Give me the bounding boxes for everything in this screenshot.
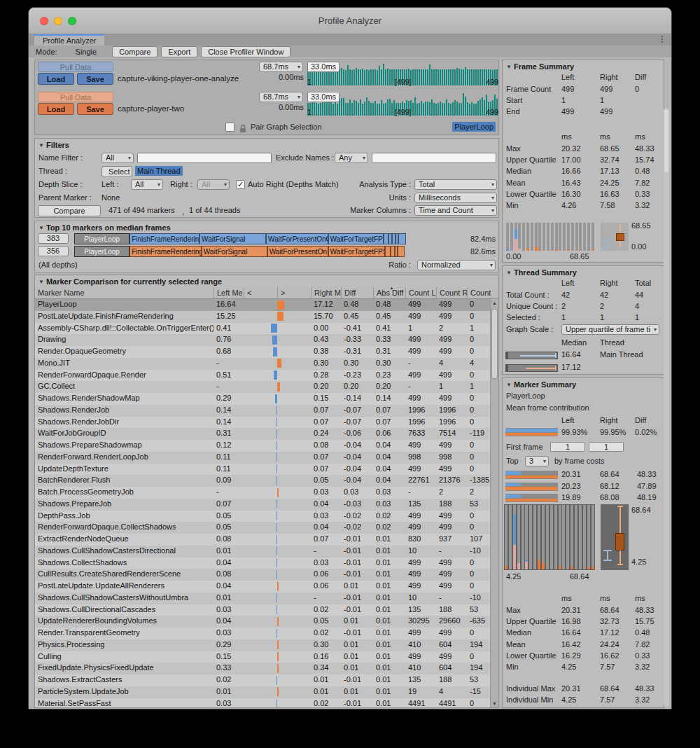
table-row[interactable]: Shadows.RenderJobDir0.140.07-0.070.07199… bbox=[35, 417, 490, 429]
mode-compare-button[interactable]: Compare bbox=[112, 46, 158, 57]
threshold-marker-box[interactable]: 33.0ms bbox=[307, 92, 340, 102]
scroll-down-icon[interactable]: ▼ bbox=[491, 701, 498, 706]
marker-sliver[interactable] bbox=[398, 233, 406, 244]
mode-export-button[interactable]: Export bbox=[161, 46, 197, 57]
table-row[interactable]: RenderForward.RenderLoopJob0.110.07-0.04… bbox=[35, 452, 490, 464]
table-row[interactable]: ExtractRenderNodeQueue0.080.07-0.010.018… bbox=[35, 534, 490, 546]
column-header-abs-diff[interactable]: Abs Diff▲ bbox=[373, 287, 405, 298]
table-row[interactable]: Assembly-CSharp.dll!::Collectable.OnTrig… bbox=[35, 323, 490, 335]
marker-sliver[interactable] bbox=[398, 246, 405, 257]
table-row[interactable]: GC.Collect-0.200.200.20-11 bbox=[35, 381, 490, 393]
table-row[interactable]: Batch.ProcessGeometryJob-0.030.030.03-22 bbox=[35, 487, 490, 499]
table-row[interactable]: UpdateDepthTexture0.110.07-0.040.0449949… bbox=[35, 464, 490, 476]
window-scrollbar-thumb[interactable] bbox=[664, 109, 668, 172]
table-row[interactable]: Render.OpaqueGeometry0.680.38-0.310.3149… bbox=[35, 346, 490, 358]
table-row[interactable]: Shadows.CullShadowCastersWithoutUmbra0.0… bbox=[35, 593, 490, 604]
marker-segment[interactable]: PlayerLoop bbox=[74, 246, 130, 257]
marker-segment[interactable]: FinishFrameRendering bbox=[130, 233, 200, 244]
column-header-diff[interactable]: Diff bbox=[341, 287, 373, 298]
exclude-names-input[interactable] bbox=[372, 153, 496, 163]
marker-boxplot[interactable] bbox=[601, 504, 629, 570]
column-header-count-r[interactable]: Count R bbox=[436, 287, 467, 298]
column-header-right-m[interactable]: Right M bbox=[311, 287, 341, 298]
thread-column-header[interactable]: Thread bbox=[600, 338, 656, 349]
table-row[interactable]: RenderForwardOpaque.Render0.510.28-0.230… bbox=[35, 370, 490, 382]
marker-columns-dropdown[interactable]: Time and Count▾ bbox=[414, 205, 497, 216]
frame-boxplot[interactable] bbox=[601, 223, 629, 251]
zoom-window-icon[interactable] bbox=[68, 17, 76, 25]
marker-segment[interactable]: WaitForPresentOn bbox=[267, 246, 328, 257]
table-row[interactable]: Shadows.RenderJob0.140.07-0.070.07199619… bbox=[35, 405, 490, 417]
first-frame-right-button[interactable]: 1 bbox=[589, 442, 624, 452]
table-row[interactable]: BatchRenderer.Flush0.090.05-0.040.042276… bbox=[35, 475, 490, 487]
table-row[interactable]: Physics.Processing0.290.300.010.01410604… bbox=[35, 639, 490, 651]
table-row[interactable]: Material.SetPassFast0.030.02-0.010.01449… bbox=[35, 698, 490, 708]
top-n-dropdown[interactable]: 3▾ bbox=[525, 456, 549, 466]
exclude-mode-dropdown[interactable]: Any▾ bbox=[335, 153, 368, 163]
thread-summary-header[interactable]: ▼Thread Summary bbox=[503, 266, 664, 278]
table-row[interactable]: FixedUpdate.PhysicsFixedUpdate0.330.340.… bbox=[35, 663, 490, 674]
table-row[interactable]: RenderForwardOpaque.CollectShadows0.050.… bbox=[35, 522, 490, 534]
range-dropdown[interactable]: 68.7ms▾ bbox=[259, 92, 303, 102]
save-button[interactable]: Save bbox=[77, 73, 113, 85]
selected-marker-tag[interactable]: PlayerLoop bbox=[452, 122, 496, 132]
table-row[interactable]: Shadows.ExtractCasters0.020.01-0.010.011… bbox=[35, 674, 490, 686]
marker-histogram[interactable] bbox=[505, 505, 594, 569]
close-window-icon[interactable] bbox=[40, 17, 48, 25]
marker-summary-header[interactable]: ▼Marker Summary bbox=[503, 378, 664, 390]
pair-graph-checkbox[interactable] bbox=[225, 123, 234, 132]
column-header-count-d[interactable]: Count D bbox=[467, 287, 491, 298]
units-dropdown[interactable]: Milliseconds▾ bbox=[414, 193, 497, 203]
depth-left-dropdown[interactable]: All▾ bbox=[131, 179, 163, 190]
marker-segment[interactable]: WaitForSignal bbox=[202, 246, 267, 257]
table-row[interactable]: Shadows.RenderShadowMap0.290.15-0.140.14… bbox=[35, 393, 490, 405]
table-row[interactable]: UpdateRendererBoundingVolumes0.040.050.0… bbox=[35, 616, 490, 628]
filters-header[interactable]: ▼Filters bbox=[35, 139, 498, 151]
frame-number-button[interactable]: 383 bbox=[38, 233, 69, 244]
column-header--[interactable]: < bbox=[244, 287, 277, 298]
table-row[interactable]: Shadows.CollectShadows0.040.03-0.010.014… bbox=[35, 557, 490, 569]
frame-number-button[interactable]: 356 bbox=[38, 246, 69, 256]
pull-data-button[interactable]: Pull Data bbox=[38, 62, 113, 72]
scrollbar-thumb[interactable] bbox=[491, 309, 498, 379]
analysis-type-dropdown[interactable]: Total▾ bbox=[414, 179, 497, 190]
marker-segment[interactable]: WaitForTargetFPS bbox=[328, 246, 386, 257]
frame-histogram[interactable] bbox=[506, 223, 594, 251]
column-header-count-l[interactable]: Count L bbox=[405, 287, 436, 298]
table-row[interactable]: DepthPass.Job0.050.03-0.020.024994990 bbox=[35, 511, 490, 522]
table-row[interactable]: ParticleSystem.UpdateJob0.010.010.010.01… bbox=[35, 686, 490, 698]
column-header--[interactable]: > bbox=[277, 287, 311, 298]
table-row[interactable]: Shadows.PrepareJob0.070.04-0.030.0313518… bbox=[35, 499, 490, 511]
table-row[interactable]: PostLateUpdate.UpdateAllRenderers0.040.0… bbox=[35, 581, 490, 593]
top10-marker-bar[interactable]: PlayerLoopFinishFrameRenderingWaitForSig… bbox=[74, 233, 456, 244]
auto-right-checkbox[interactable]: ✓ bbox=[236, 180, 245, 189]
table-row[interactable]: Shadows.PrepareShadowmap0.120.08-0.040.0… bbox=[35, 440, 490, 452]
frame-summary-header[interactable]: ▼Frame Summary bbox=[503, 60, 664, 72]
table-row[interactable]: Render.TransparentGeometry0.030.02-0.010… bbox=[35, 628, 490, 639]
marker-sliver[interactable] bbox=[385, 246, 391, 257]
marker-comparison-header[interactable]: ▼Marker Comparison for currently selecte… bbox=[35, 275, 498, 287]
pull-data-button[interactable]: Pull Data bbox=[38, 92, 113, 102]
name-filter-mode-dropdown[interactable]: All▾ bbox=[102, 153, 134, 163]
marker-segment[interactable]: WaitForSignal bbox=[200, 233, 266, 244]
load-button[interactable]: Load bbox=[38, 73, 74, 85]
marker-segment[interactable]: PlayerLoop bbox=[74, 233, 130, 244]
save-button[interactable]: Save bbox=[77, 103, 113, 115]
top10-marker-bar[interactable]: PlayerLoopFinishFrameRenderingWaitForSig… bbox=[74, 246, 456, 257]
first-frame-left-button[interactable]: 1 bbox=[550, 442, 585, 452]
table-row[interactable]: Drawing0.760.43-0.330.334994990 bbox=[35, 334, 490, 346]
kebab-menu-icon[interactable] bbox=[662, 36, 663, 43]
scroll-up-icon[interactable]: ▲ bbox=[491, 300, 498, 305]
mode-close-profiler-window-button[interactable]: Close Profiler Window bbox=[201, 46, 290, 57]
top10-header[interactable]: ▼Top 10 markers on median frames bbox=[35, 221, 498, 233]
median-column-header[interactable]: Median bbox=[561, 338, 600, 349]
window-scrollbar[interactable] bbox=[664, 108, 669, 707]
column-header-left-me[interactable]: Left Me bbox=[214, 287, 244, 298]
table-scrollbar[interactable]: ▲ ▼ bbox=[490, 299, 498, 707]
table-row[interactable]: Mono.JIT-0.300.300.30-44 bbox=[35, 358, 490, 370]
minimize-window-icon[interactable] bbox=[54, 17, 62, 25]
table-row[interactable]: CullResults.CreateSharedRendererScene0.0… bbox=[35, 569, 490, 581]
marker-segment[interactable]: FinishFrameRendering bbox=[130, 246, 202, 257]
table-row[interactable]: PlayerLoop16.6417.120.480.484994990 bbox=[35, 299, 490, 311]
range-dropdown[interactable]: 68.7ms▾ bbox=[259, 62, 303, 72]
